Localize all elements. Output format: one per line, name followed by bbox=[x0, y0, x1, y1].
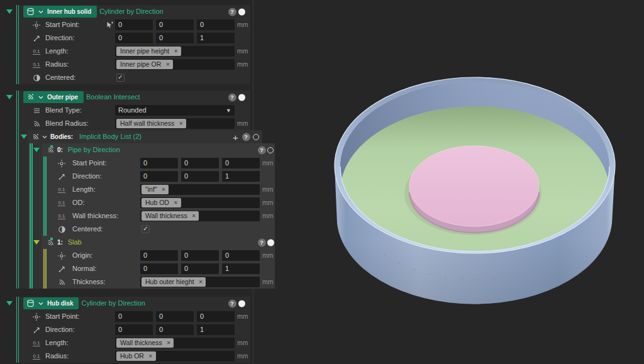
add-item-icon[interactable]: + bbox=[233, 133, 238, 141]
dropdown-select[interactable]: Rounded▾ bbox=[115, 105, 235, 116]
remove-param-icon[interactable]: ✕ bbox=[192, 211, 196, 221]
scalar-icon: 0.1 bbox=[31, 48, 42, 55]
param-pill[interactable]: Hub OD✕ bbox=[142, 198, 181, 207]
help-icon[interactable]: ? bbox=[258, 238, 266, 246]
param-pill[interactable]: Half wall thickness✕ bbox=[116, 119, 186, 128]
value-input[interactable]: 0 bbox=[222, 158, 260, 168]
param-pill[interactable]: Hub outer hieght✕ bbox=[142, 277, 206, 287]
chevron-down-icon[interactable] bbox=[38, 9, 44, 15]
collapse-toggle[interactable] bbox=[6, 9, 13, 14]
value-input[interactable]: 0 bbox=[197, 311, 235, 322]
param-pill[interactable]: Wall thickness✕ bbox=[142, 211, 199, 221]
checkbox[interactable]: ✓ bbox=[142, 225, 150, 233]
property-label: Start Point: bbox=[72, 157, 106, 170]
scalar-icon: 0.1 bbox=[57, 200, 67, 206]
help-icon[interactable]: ? bbox=[228, 299, 236, 307]
item-index: 1: bbox=[57, 239, 63, 246]
value-input[interactable]: 0 bbox=[156, 311, 194, 322]
block-name-pill[interactable]: Inner hub solid bbox=[23, 6, 97, 18]
value-input[interactable]: 0 bbox=[156, 33, 194, 43]
ntop-app: Inner hub solidCylinder by Direction?Sta… bbox=[0, 0, 644, 364]
param-pill[interactable]: "inf"✕ bbox=[142, 185, 169, 194]
value-input[interactable]: 0 bbox=[115, 33, 153, 43]
param-input[interactable]: Half wall thickness✕ bbox=[115, 118, 235, 129]
value-input[interactable]: 0 bbox=[115, 324, 153, 335]
block-guide-line bbox=[31, 143, 33, 289]
value-input[interactable]: 1 bbox=[222, 171, 260, 182]
visibility-dot-icon[interactable] bbox=[238, 8, 245, 15]
remove-param-icon[interactable]: ✕ bbox=[174, 198, 178, 207]
visibility-ring-icon[interactable] bbox=[253, 134, 259, 140]
value-text: 1 bbox=[200, 33, 204, 43]
value-text: 0 bbox=[159, 33, 163, 43]
visibility-dot-icon[interactable] bbox=[238, 300, 245, 307]
param-input[interactable]: Wall thickness✕ bbox=[140, 211, 260, 221]
visibility-ring-icon[interactable] bbox=[267, 147, 274, 153]
value-input[interactable]: 0 bbox=[115, 19, 153, 30]
remove-param-icon[interactable]: ✕ bbox=[162, 185, 166, 194]
unit-label: mm bbox=[237, 58, 248, 71]
remove-param-icon[interactable]: ✕ bbox=[167, 338, 171, 348]
value-input[interactable]: 0 bbox=[181, 250, 219, 261]
scalar-icon-text: 0.1 bbox=[33, 340, 40, 346]
value-input[interactable]: 0 bbox=[140, 263, 178, 274]
scalar-icon-text: 0.1 bbox=[33, 353, 40, 360]
param-pill[interactable]: Wall thickness✕ bbox=[116, 338, 174, 348]
chevron-down-icon[interactable] bbox=[38, 94, 44, 101]
value-input[interactable]: 0 bbox=[181, 263, 219, 274]
value-input[interactable]: 0 bbox=[156, 19, 194, 30]
help-icon[interactable]: ? bbox=[228, 93, 236, 101]
property-label: Start Point: bbox=[45, 310, 79, 323]
collapse-toggle[interactable] bbox=[21, 135, 27, 139]
help-icon[interactable]: ? bbox=[258, 146, 266, 154]
value-text: 0 bbox=[184, 263, 188, 274]
remove-param-icon[interactable]: ✕ bbox=[165, 60, 170, 69]
property-label: Blend Type: bbox=[45, 104, 82, 117]
value-input[interactable]: 1 bbox=[197, 324, 235, 335]
list-label: Bodies: bbox=[50, 133, 73, 140]
contrast-icon bbox=[31, 74, 42, 82]
collapse-toggle[interactable] bbox=[6, 301, 13, 306]
param-input[interactable]: Wall thickness✕ bbox=[115, 338, 235, 348]
value-input[interactable]: 0 bbox=[115, 311, 153, 322]
remove-param-icon[interactable]: ✕ bbox=[179, 119, 183, 128]
param-pill[interactable]: Inner pipe height✕ bbox=[116, 47, 181, 56]
value-input[interactable]: 1 bbox=[197, 33, 235, 43]
value-input[interactable]: 0 bbox=[140, 171, 178, 182]
visibility-dot-icon[interactable] bbox=[267, 239, 274, 246]
param-pill[interactable]: Inner pipe OR✕ bbox=[116, 60, 173, 69]
value-input[interactable]: 0 bbox=[156, 324, 194, 335]
value-input[interactable]: 0 bbox=[140, 158, 178, 168]
collapse-toggle[interactable] bbox=[6, 95, 13, 99]
pick-icon[interactable] bbox=[104, 21, 114, 29]
visibility-dot-icon[interactable] bbox=[238, 94, 245, 101]
param-input[interactable]: Hub OR✕ bbox=[115, 351, 235, 361]
param-pill[interactable]: Hub OR✕ bbox=[116, 351, 156, 361]
block-name-pill[interactable]: Hub disk bbox=[23, 297, 79, 309]
value-input[interactable]: 0 bbox=[197, 19, 235, 30]
help-icon[interactable]: ? bbox=[242, 133, 250, 141]
param-input[interactable]: Inner pipe height✕ bbox=[115, 46, 235, 57]
help-icon[interactable]: ? bbox=[228, 8, 236, 16]
block-name-pill[interactable]: Outer pipe bbox=[23, 91, 84, 103]
param-input[interactable]: Hub outer hieght✕ bbox=[140, 277, 260, 287]
remove-param-icon[interactable]: ✕ bbox=[174, 47, 178, 56]
param-input[interactable]: "inf"✕ bbox=[140, 184, 260, 195]
value-input[interactable]: 0 bbox=[181, 158, 219, 168]
block-type: Cylinder by Direction bbox=[99, 5, 163, 18]
chevron-down-icon[interactable] bbox=[40, 134, 50, 140]
collapse-toggle[interactable] bbox=[33, 240, 40, 245]
chevron-down-icon[interactable] bbox=[38, 301, 44, 307]
value-input[interactable]: 0 bbox=[222, 250, 260, 261]
param-input[interactable]: Inner pipe OR✕ bbox=[115, 59, 235, 70]
value-input[interactable]: 1 bbox=[222, 263, 260, 274]
property-row: Origin:000mm bbox=[42, 249, 275, 262]
value-input[interactable]: 0 bbox=[140, 250, 178, 261]
remove-param-icon[interactable]: ✕ bbox=[148, 351, 153, 361]
value-input[interactable]: 0 bbox=[181, 171, 219, 182]
property-label: Radius: bbox=[45, 350, 69, 363]
remove-param-icon[interactable]: ✕ bbox=[199, 277, 203, 287]
param-input[interactable]: Hub OD✕ bbox=[140, 197, 260, 208]
checkbox[interactable]: ✓ bbox=[116, 74, 125, 82]
collapse-toggle[interactable] bbox=[33, 148, 40, 152]
